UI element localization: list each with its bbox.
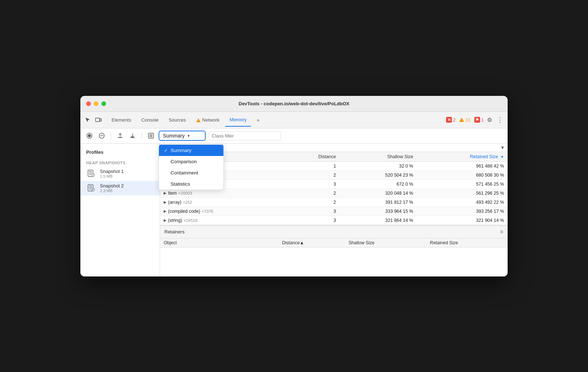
expand-icon[interactable]: ▶ xyxy=(164,209,167,213)
row-6-distance: 3 xyxy=(285,207,340,216)
table-dropdown-arrow[interactable]: ▼ xyxy=(500,145,505,150)
sidebar: Profiles HEAP SNAPSHOTS Snapshot 1 xyxy=(80,144,160,276)
dropdown-item-summary[interactable]: ✓ Summary xyxy=(159,145,223,156)
error-icon: ✕ xyxy=(446,117,452,123)
ret-col-distance[interactable]: Distance▲ xyxy=(278,238,345,247)
summary-dropdown-button[interactable]: Summary ▼ xyxy=(159,131,206,141)
svg-point-3 xyxy=(88,134,91,137)
device-icon[interactable] xyxy=(94,115,103,124)
window-controls xyxy=(86,101,106,106)
dropdown-item-statistics[interactable]: ✓ Statistics xyxy=(159,178,223,190)
summary-dropdown-menu: ✓ Summary ✓ Comparison ✓ Containment ✓ S… xyxy=(159,144,224,190)
col-shallow: Shallow Size xyxy=(340,152,417,162)
row-1-distance: 1 xyxy=(285,161,340,170)
snapshot-1-icon xyxy=(86,169,96,179)
clear-button[interactable] xyxy=(97,131,106,140)
window-title: DevTools - codepen.io/web-dot-dev/live/P… xyxy=(239,101,349,106)
svg-rect-1 xyxy=(100,119,101,121)
upload-button[interactable] xyxy=(116,131,125,140)
retainers-title: Retainers xyxy=(164,229,500,234)
svg-rect-0 xyxy=(96,118,100,122)
row-5-distance: 2 xyxy=(285,198,340,207)
ret-col-object[interactable]: Object xyxy=(160,238,278,247)
row-3-shallow: 672 0 % xyxy=(340,179,417,189)
tab-bar-icons xyxy=(83,115,103,124)
row-1-shallow: 32 0 % xyxy=(340,161,417,170)
warn-badge[interactable]: 31 xyxy=(459,117,470,123)
info-badge[interactable]: ⚑ 1 xyxy=(474,117,484,123)
row-5-shallow: 391 812 17 % xyxy=(340,198,417,207)
network-warn-icon xyxy=(196,118,201,122)
tab-badges: ✕ 2 31 ⚑ 1 xyxy=(446,117,484,123)
tab-bar: Elements Console Sources Network Memory … xyxy=(80,112,508,128)
info-icon: ⚑ xyxy=(474,117,480,123)
col-retained[interactable]: Retained Size ▼ xyxy=(417,152,508,162)
retainers-section: Retainers ≡ Object Distance▲ Shallow Siz… xyxy=(160,225,508,276)
row-4-retained: 561 296 25 % xyxy=(417,189,508,198)
settings-button[interactable]: ⚙ xyxy=(485,115,494,124)
toolbar-separator-2 xyxy=(142,132,142,139)
col-distance: Distance xyxy=(285,152,340,162)
snapshot-2-item[interactable]: Snapshot 2 2.3 MB xyxy=(80,181,160,195)
row-6-retained: 393 256 17 % xyxy=(417,207,508,216)
retainers-body xyxy=(160,248,508,276)
row-4-distance: 2 xyxy=(285,189,340,198)
more-options-button[interactable]: ⋮ xyxy=(495,116,505,124)
dropdown-item-comparison[interactable]: ✓ Comparison xyxy=(159,156,223,167)
row-1-retained: 961 488 42 % xyxy=(417,161,508,170)
row-2-shallow: 520 504 23 % xyxy=(340,170,417,179)
row-6-shallow: 333 964 15 % xyxy=(340,207,417,216)
row-3-retained: 571 456 25 % xyxy=(417,179,508,189)
expand-icon[interactable]: ▶ xyxy=(164,218,167,222)
row-5-constructor: ▶ (array) ×252 xyxy=(160,198,285,207)
titlebar: DevTools - codepen.io/web-dot-dev/live/P… xyxy=(80,96,508,112)
row-7-shallow: 321 864 14 % xyxy=(340,216,417,225)
close-button[interactable] xyxy=(86,101,91,106)
class-filter-input[interactable] xyxy=(209,131,281,140)
row-6-constructor: ▶ (compiled code) ×7376 xyxy=(160,207,285,216)
filter-button[interactable] xyxy=(146,131,156,140)
retainers-columns: Object Distance▲ Shallow Size Retained S… xyxy=(160,238,508,248)
tab-more[interactable]: » xyxy=(252,113,264,127)
tab-memory[interactable]: Memory xyxy=(225,113,251,127)
maximize-button[interactable] xyxy=(101,101,106,106)
devtools-body: Elements Console Sources Network Memory … xyxy=(80,112,508,276)
table-row: ▶ (array) ×252 2 391 812 17 % 493 492 22… xyxy=(160,198,508,207)
chevron-down-icon: ▼ xyxy=(187,134,190,138)
toolbar: Summary ▼ ✓ Summary ✓ Comparison ✓ xyxy=(80,128,508,144)
error-badge[interactable]: ✕ 2 xyxy=(446,117,455,123)
tab-elements[interactable]: Elements xyxy=(107,113,135,127)
row-2-distance: 2 xyxy=(285,170,340,179)
ret-col-shallow[interactable]: Shallow Size xyxy=(345,238,427,247)
expand-icon[interactable]: ▶ xyxy=(164,200,167,204)
snapshot-1-item[interactable]: Snapshot 1 1.5 MB xyxy=(80,166,160,181)
row-5-retained: 493 492 22 % xyxy=(417,198,508,207)
download-button[interactable] xyxy=(128,131,137,140)
snapshot-2-info: Snapshot 2 2.3 MB xyxy=(100,183,124,193)
heap-snapshots-label: HEAP SNAPSHOTS xyxy=(80,158,160,166)
minimize-button[interactable] xyxy=(94,101,98,106)
row-7-retained: 321 904 14 % xyxy=(417,216,508,225)
warn-triangle-icon xyxy=(459,118,464,122)
snapshot-2-icon xyxy=(86,183,96,193)
snapshot-1-info: Snapshot 1 1.5 MB xyxy=(100,169,124,178)
row-7-distance: 3 xyxy=(285,216,340,225)
tab-network[interactable]: Network xyxy=(192,113,224,127)
ret-col-retained[interactable]: Retained Size xyxy=(426,238,508,247)
record-button[interactable] xyxy=(85,131,94,140)
expand-icon[interactable]: ▶ xyxy=(164,191,167,195)
profiles-title: Profiles xyxy=(80,148,160,158)
dropdown-item-containment[interactable]: ✓ Containment xyxy=(159,167,223,178)
retainers-menu-icon[interactable]: ≡ xyxy=(500,229,503,235)
row-2-retained: 680 508 30 % xyxy=(417,170,508,179)
cursor-icon[interactable] xyxy=(83,115,92,124)
sort-down-icon: ▼ xyxy=(500,155,504,159)
tab-sources[interactable]: Sources xyxy=(164,113,190,127)
tab-console[interactable]: Console xyxy=(137,113,163,127)
summary-select: Summary ▼ ✓ Summary ✓ Comparison ✓ xyxy=(159,131,206,141)
row-4-shallow: 320 048 14 % xyxy=(340,189,417,198)
toolbar-separator-1 xyxy=(111,132,111,139)
row-7-constructor: ▶ (string) ×16516 xyxy=(160,216,285,225)
table-row: ▶ (compiled code) ×7376 3 333 964 15 % 3… xyxy=(160,207,508,216)
retainers-header: Retainers ≡ xyxy=(160,226,508,238)
